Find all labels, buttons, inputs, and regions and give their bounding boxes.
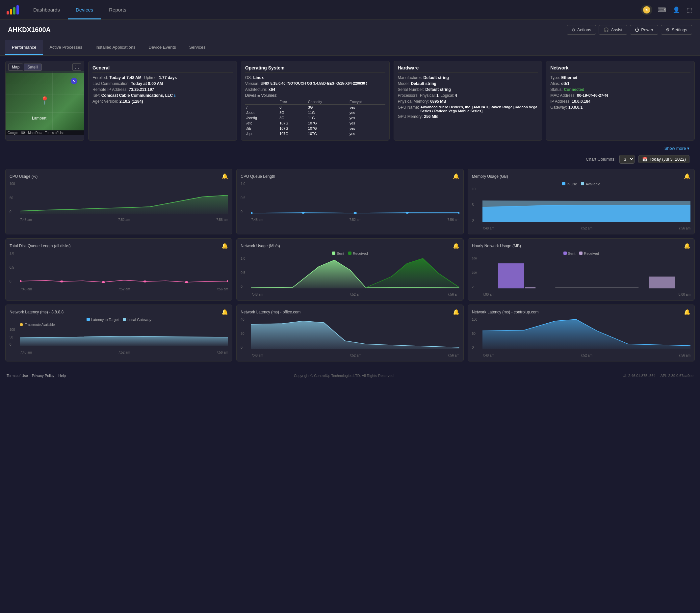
footer-links: Terms of Use Privacy Policy Help: [6, 374, 66, 378]
satellite-view-button[interactable]: Satelli: [24, 64, 42, 71]
cpu-queue-svg: [251, 182, 459, 214]
hourly-network-y: 200 100 0: [472, 257, 481, 288]
drive-row: /etc107G107Gyes: [245, 120, 385, 126]
user-icon[interactable]: 👤: [671, 5, 681, 15]
latency-gateway-dot: [123, 318, 126, 321]
logo-bar-4: [16, 5, 19, 14]
tab-services[interactable]: Services: [183, 40, 212, 55]
hourly-network-header: Hourly Network Usage (MB) 🔔: [472, 243, 690, 249]
nav-reports[interactable]: Reports: [101, 1, 134, 19]
disk-queue-plot: [20, 251, 228, 283]
cpu-usage-svg: [20, 182, 228, 214]
latency-office-y: 40 30 0: [241, 318, 250, 349]
cpu-usage-bell[interactable]: 🔔: [222, 173, 228, 180]
latency-8888-title: Network Latency (ms) - 8.8.8.8: [10, 310, 64, 314]
hourly-network-x: 7:00 am 8:00 am: [483, 293, 690, 296]
latency-8888-header: Network Latency (ms) - 8.8.8.8 🔔: [10, 309, 228, 315]
latency-office-bell[interactable]: 🔔: [453, 309, 459, 315]
theme-toggle[interactable]: ☀: [641, 5, 652, 15]
device-header: AHKDX1600A ⊙ Actions 🎧 Assist ⏻ Power ⚙ …: [0, 20, 700, 40]
date-picker-button[interactable]: 📅 Today (Jul 3, 2022): [638, 155, 689, 163]
assist-button[interactable]: 🎧 Assist: [599, 25, 627, 35]
hourly-network-plot: [483, 257, 690, 288]
latency-controlup-area: 100 50 0 7:48 am 7:52 am 7:56 am: [472, 318, 690, 357]
nav-dashboards[interactable]: Dashboards: [25, 1, 68, 19]
latency-office-x: 7:48 am 7:52 am 7:56 am: [251, 354, 459, 357]
net-status-row: Status: Connected: [550, 87, 690, 92]
privacy-link[interactable]: Privacy Policy: [32, 374, 54, 378]
cpu-queue-header: CPU Queue Length 🔔: [241, 173, 459, 180]
tab-active-processes[interactable]: Active Processes: [43, 40, 89, 55]
keyboard-icon[interactable]: ⌨: [656, 5, 668, 15]
latency-controlup-y: 100 50 0: [472, 318, 481, 349]
map-card: Map Satelli ⛶ 5 📍 Lambert: [5, 61, 84, 141]
phys-memory-row: Physical Memory: 6895 MB: [398, 99, 538, 104]
latency-8888-x: 7:48 am 7:52 am 7:56 am: [20, 351, 228, 354]
power-button[interactable]: ⏻ Power: [630, 25, 658, 35]
actions-circle-icon: ⊙: [572, 27, 575, 32]
network-usage-header: Network Usage (Mb/s) 🔔: [241, 243, 459, 249]
chart-columns-select[interactable]: 3 2 4: [619, 155, 634, 164]
drives-title: Drives & Volumes:: [245, 93, 385, 98]
tab-installed-applications[interactable]: Installed Applications: [89, 40, 142, 55]
hourly-sent-legend-dot: [564, 251, 567, 255]
disk-queue-card: Total Disk Queue Length (all disks) 🔔 1.…: [5, 238, 232, 301]
latency-controlup-header: Network Latency (ms) - controlup.com 🔔: [472, 309, 690, 315]
manufacturer-row: Manufacturer: Default string: [398, 75, 538, 80]
tab-device-events[interactable]: Device Events: [142, 40, 183, 55]
svg-rect-18: [649, 276, 675, 288]
device-title: AHKDX1600A: [8, 26, 51, 34]
disk-queue-bell[interactable]: 🔔: [222, 243, 228, 249]
help-link[interactable]: Help: [58, 374, 66, 378]
settings-button[interactable]: ⚙ Settings: [661, 25, 692, 35]
net-ip-row: IP Address: 10.0.0.184: [550, 99, 690, 104]
cpu-queue-bell[interactable]: 🔔: [453, 173, 459, 180]
cpu-usage-title: CPU Usage (%): [10, 174, 38, 179]
charts-row-3: Network Latency (ms) - 8.8.8.8 🔔 Terms o…: [5, 304, 695, 365]
top-navigation: Dashboards Devices Reports ☀ ⌨ 👤 ⬚: [0, 0, 700, 20]
terms-link[interactable]: Terms of Use: [6, 374, 28, 378]
memory-usage-header: Memory Usage (GB) 🔔: [472, 173, 690, 180]
latency-controlup-svg: [483, 318, 690, 349]
drives-tbody: /03Gyes/boot8G11Gyes/config8G11Gyes/etc1…: [245, 105, 385, 136]
hourly-network-bell[interactable]: 🔔: [684, 243, 690, 249]
latency-target-dot: [87, 318, 90, 321]
latency-8888-y: 100 50 0: [10, 328, 19, 346]
os-row: OS: Linux: [245, 75, 385, 80]
page-footer: Terms of Use Privacy Policy Help Copyrig…: [0, 371, 700, 380]
map-btn-group: Map Satelli: [8, 64, 42, 71]
power-icon: ⏻: [635, 27, 639, 32]
network-usage-legend: Sent Received: [241, 251, 459, 256]
arch-row: Architecture: x64: [245, 87, 385, 92]
logout-icon[interactable]: ⬚: [685, 5, 694, 15]
memory-usage-legend: In Use Available: [472, 182, 690, 186]
network-usage-bell[interactable]: 🔔: [453, 243, 459, 249]
svg-point-7: [406, 212, 409, 214]
isp-info-icon: ℹ: [174, 93, 176, 98]
latency-controlup-title: Network Latency (ms) - controlup.com: [472, 310, 539, 314]
map-visual: 5 📍 Lambert: [5, 71, 84, 130]
logo-bar-3: [13, 7, 15, 14]
latency-controlup-bell[interactable]: 🔔: [684, 309, 690, 315]
drives-col-name: [245, 99, 278, 105]
show-more-button[interactable]: Show more ▾: [664, 146, 689, 151]
network-usage-area: 1.0 0.5 0: [241, 257, 459, 296]
nav-devices[interactable]: Devices: [68, 1, 101, 19]
actions-button[interactable]: ⊙ Actions: [567, 25, 596, 35]
latency-8888-svg: [20, 328, 228, 346]
memory-available-legend-dot: [581, 182, 584, 185]
latency-8888-bell[interactable]: 🔔: [222, 309, 228, 315]
logo-bar-2: [10, 9, 12, 14]
memory-usage-area: 10 5 0 7:48 am 7:52 am 7:56: [472, 187, 690, 230]
tab-performance[interactable]: Performance: [5, 40, 43, 55]
version-row: Version: UNIX 5.15.0.40 (NOTOUCH OS 3.4.…: [245, 81, 385, 86]
map-expand-button[interactable]: ⛶: [72, 63, 81, 71]
disk-queue-y: 1.0 0.5 0: [10, 251, 19, 283]
device-actions: ⊙ Actions 🎧 Assist ⏻ Power ⚙ Settings: [567, 25, 692, 35]
memory-usage-bell[interactable]: 🔔: [684, 173, 690, 180]
theme-toggle-icon: ☀: [643, 6, 650, 13]
footer-center: Copyright © ControlUp Technologies LTD. …: [294, 374, 395, 378]
map-view-button[interactable]: Map: [8, 64, 23, 71]
memory-usage-x: 7:48 am 7:52 am 7:56 am: [483, 226, 690, 230]
hardware-card: Hardware Manufacturer: Default string Mo…: [394, 61, 542, 141]
